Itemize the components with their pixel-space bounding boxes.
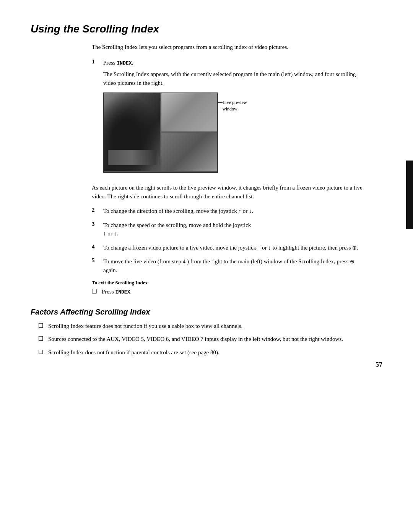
step-3: 3 To change the speed of the scrolling, … xyxy=(92,221,363,238)
bullet-3-sym: ❑ xyxy=(38,348,48,355)
step-3-num: 3 xyxy=(92,221,103,227)
right-bar xyxy=(406,161,413,229)
step-1-content: Press INDEX. The Scrolling Index appears… xyxy=(103,58,363,178)
circle-plus-2: ⊕ xyxy=(350,259,354,264)
step-1-detail: The Scrolling Index appears, with the cu… xyxy=(103,70,363,87)
step-4: 4 To change a frozen video picture to a … xyxy=(92,243,363,252)
exit-bullet: ❑ Press INDEX. xyxy=(92,287,363,296)
bullet-1-text: Scrolling Index feature does not functio… xyxy=(48,322,363,331)
bullet-3-text: Scrolling Index does not function if par… xyxy=(48,348,363,357)
bullet-2: ❑ Sources connected to the AUX, VIDEO 5,… xyxy=(38,335,363,344)
step-2-content: To change the direction of the scrolling… xyxy=(103,207,363,216)
thumb-1 xyxy=(161,93,218,131)
step-2: 2 To change the direction of the scrolli… xyxy=(92,207,363,216)
bullets-list: ❑ Scrolling Index feature does not funct… xyxy=(38,322,363,357)
intro-text: The Scrolling Index lets you select prog… xyxy=(92,43,363,52)
page-number: 57 xyxy=(376,361,382,369)
step-3-content: To change the speed of the scrolling, mo… xyxy=(103,221,363,238)
step-4-num: 4 xyxy=(92,243,103,250)
circle-plus-1: ⊕ xyxy=(352,245,357,251)
exit-label: To exit the Scrolling Index xyxy=(92,280,363,286)
exit-bullet-sym: ❑ xyxy=(92,287,102,295)
live-preview-annotation: Live previewwindow xyxy=(223,99,247,112)
step-4-content: To change a frozen video picture to a li… xyxy=(103,243,363,252)
step-1-num: 1 xyxy=(92,58,103,65)
live-preview-text: Live previewwindow xyxy=(223,99,247,112)
annotation-line-h xyxy=(218,102,223,103)
exit-section: To exit the Scrolling Index ❑ Press INDE… xyxy=(92,280,363,296)
step-5: 5 To move the live video (from step 4 ) … xyxy=(92,257,363,274)
step-1: 1 Press INDEX. The Scrolling Index appea… xyxy=(92,58,363,178)
step-5-num: 5 xyxy=(92,257,103,264)
main-window xyxy=(104,93,160,171)
bullet-1-sym: ❑ xyxy=(38,322,48,329)
index-kbd: INDEX xyxy=(117,60,132,66)
step-5-content: To move the live video (from step 4 ) fr… xyxy=(103,257,363,274)
bullet-3: ❑ Scrolling Index does not function if p… xyxy=(38,348,363,357)
bullet-2-sym: ❑ xyxy=(38,335,48,342)
content-block: The Scrolling Index lets you select prog… xyxy=(92,43,363,296)
exit-instruction: Press INDEX. xyxy=(102,287,363,296)
index-kbd-2: INDEX xyxy=(115,289,130,295)
video-grid xyxy=(103,92,218,173)
factors-section: Factors Affecting Scrolling Index ❑ Scro… xyxy=(31,308,386,357)
image-area: Live previewwindow xyxy=(103,92,363,173)
scrolling-paragraph: As each picture on the right scrolls to … xyxy=(92,183,363,201)
page-container: 57 Using the Scrolling Index The Scrolli… xyxy=(0,0,413,384)
thumb-2 xyxy=(161,133,218,171)
step-2-num: 2 xyxy=(92,207,103,213)
subsection-title: Factors Affecting Scrolling Index xyxy=(31,308,386,316)
bullet-2-text: Sources connected to the AUX, VIDEO 5, V… xyxy=(48,335,363,344)
bullet-1: ❑ Scrolling Index feature does not funct… xyxy=(38,322,363,331)
section-title: Using the Scrolling Index xyxy=(31,23,386,35)
